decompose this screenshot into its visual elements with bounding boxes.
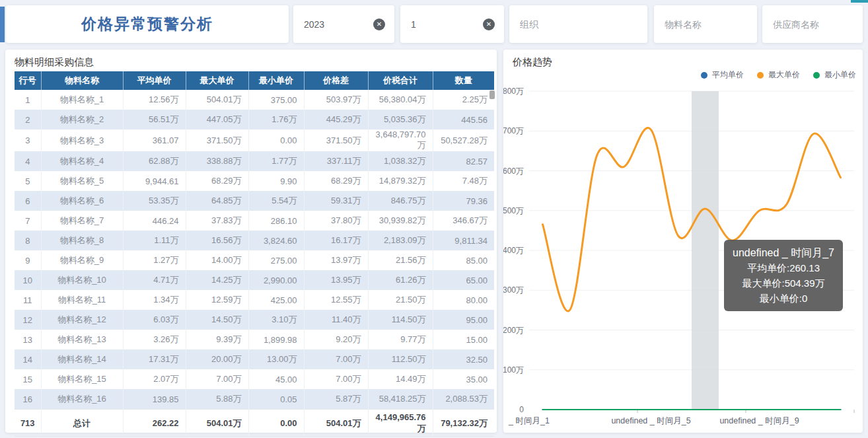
- y-axis-tick-label: 200万: [503, 326, 524, 335]
- table-row: 7物料名称_7446.2437.83万286.1037.80万30,939.82…: [15, 211, 494, 231]
- month-filter[interactable]: ✕: [400, 5, 504, 43]
- table-cell: 56.51万: [123, 110, 186, 129]
- column-header: 价税合计: [368, 71, 433, 90]
- scrollbar-thumb[interactable]: [489, 91, 495, 99]
- table-cell: 503.97万: [304, 90, 368, 110]
- table-cell: 4,149,965.76万: [368, 410, 433, 437]
- table-cell: 0.05: [248, 389, 304, 410]
- y-axis-tick-label: 300万: [503, 285, 524, 295]
- legend-item-平均单价[interactable]: 平均单价: [701, 69, 744, 81]
- table-row: 16物料名称_16139.855.88万0.055.87万58,418.25万2…: [15, 389, 494, 410]
- table-cell: 14,879.32万: [368, 171, 433, 191]
- table-cell: 68.29万: [186, 171, 248, 191]
- table-cell: 10: [15, 270, 41, 290]
- table-row: 6物料名称_653.35万64.85万5.54万59.31万846.75万79.…: [15, 191, 494, 211]
- org-filter-input[interactable]: [519, 18, 611, 30]
- column-header: 最小单价: [248, 71, 304, 90]
- x-axis-tick-label: _ 时间月_1: [508, 416, 550, 425]
- table-cell: 12: [15, 310, 41, 330]
- y-axis-tick-label: 100万: [503, 365, 524, 375]
- table-cell: 物料名称_7: [41, 211, 123, 231]
- table-cell: 11: [15, 290, 41, 310]
- y-axis-tick-label: 600万: [503, 166, 524, 176]
- table-cell: 14.50万: [186, 310, 248, 330]
- legend-item-最小单价[interactable]: 最小单价: [813, 69, 856, 81]
- chart-title: 价格趋势: [503, 50, 863, 71]
- table-cell: 112.50万: [368, 349, 433, 369]
- table-cell: 2: [15, 110, 41, 129]
- table-cell: 7.00万: [304, 369, 368, 389]
- clear-icon[interactable]: ✕: [373, 18, 385, 30]
- table-cell: 14: [15, 349, 41, 369]
- table-cell: 物料名称_16: [41, 389, 123, 410]
- x-axis-tick-label: undefined _ 时间月_9: [719, 416, 799, 425]
- table-header-row: 行号物料名称平均单价最大单价最小单价价格差价税合计数量: [15, 71, 494, 90]
- table-cell: 物料名称_10: [41, 270, 123, 290]
- table-cell: 7.00万: [304, 349, 368, 369]
- table-cell: 58,418.25万: [368, 389, 433, 410]
- y-axis-tick-label: 0: [519, 405, 524, 414]
- table-cell: 337.11万: [304, 151, 368, 171]
- table-cell: 1.77万: [248, 151, 304, 171]
- table-row: 9物料名称_91.27万14.00万275.0013.97万21.56万85.0…: [15, 250, 494, 270]
- year-filter[interactable]: ✕: [293, 5, 394, 43]
- table-cell: 物料名称_5: [41, 171, 123, 191]
- org-filter[interactable]: [509, 5, 647, 43]
- material-table: 行号物料名称平均单价最大单价最小单价价格差价税合计数量1物料名称_112.56万…: [15, 71, 494, 437]
- table-cell: 9,944.61: [123, 171, 186, 191]
- material-name-filter-input[interactable]: [663, 18, 729, 30]
- legend-dot-icon: [757, 72, 764, 79]
- table-cell: 371.50万: [304, 129, 368, 151]
- material-name-filter[interactable]: [654, 5, 757, 43]
- table-cell: 79.36: [433, 191, 494, 211]
- supplier-name-filter-input[interactable]: [772, 18, 836, 30]
- column-header: 数量: [433, 71, 494, 90]
- table-row: 1物料名称_112.56万504.01万375.00503.97万56,380.…: [15, 90, 494, 110]
- legend-label: 最小单价: [824, 69, 856, 81]
- table-row: 14物料名称_1417.31万20.00万13.00万7.00万112.50万3…: [15, 349, 494, 369]
- table-row: 5物料名称_59,944.6168.29万9.9068.29万14,879.32…: [15, 171, 494, 191]
- page-title-card: 价格异常预警分析: [6, 5, 289, 43]
- table-cell: 7.48万: [433, 171, 494, 191]
- table-cell: 14.49万: [368, 369, 433, 389]
- table-cell: 5.88万: [186, 389, 248, 410]
- table-cell: 447.05万: [186, 110, 248, 129]
- legend-label: 最大单价: [768, 69, 800, 81]
- tooltip-line: 平均单价:260.13: [728, 260, 839, 275]
- table-cell: 1.11万: [123, 231, 186, 250]
- table-cell: 80.00: [433, 290, 494, 310]
- table-cell: 物料名称_8: [41, 231, 123, 250]
- table-cell: 37.83万: [186, 211, 248, 231]
- table-cell: 物料名称_9: [41, 250, 123, 270]
- table-cell: 504.01万: [186, 410, 248, 437]
- y-axis-tick-label: 500万: [503, 206, 524, 215]
- table-cell: 53.35万: [123, 191, 186, 211]
- table-cell: 446.24: [123, 211, 186, 231]
- table-cell: 2.07万: [123, 369, 186, 389]
- column-header: 价格差: [304, 71, 368, 90]
- table-cell: 物料名称_15: [41, 369, 123, 389]
- table-cell: 139.85: [123, 389, 186, 410]
- axis-pointer-band: [692, 91, 719, 410]
- table-cell: 13: [15, 330, 41, 349]
- table-cell: 物料名称_4: [41, 151, 123, 171]
- table-row: 13物料名称_133.26万9.39万1,899.989.20万9.77万15.…: [15, 330, 494, 349]
- table-cell: 371.50万: [186, 129, 248, 151]
- month-filter-input[interactable]: [410, 18, 476, 30]
- table-cell: 846.75万: [368, 191, 433, 211]
- year-filter-input[interactable]: [303, 18, 367, 30]
- table-cell: 361.07: [123, 129, 186, 151]
- table-cell: 6: [15, 191, 41, 211]
- price-trend-card: 价格趋势 平均单价最大单价最小单价 0100万200万300万400万500万6…: [503, 50, 863, 433]
- table-cell: 5.54万: [248, 191, 304, 211]
- tooltip-line: 最大单价:504.39万: [728, 275, 839, 291]
- supplier-name-filter[interactable]: [762, 5, 863, 43]
- table-cell: 35.00: [433, 369, 494, 389]
- table-cell: 1.27万: [123, 250, 186, 270]
- table-cell: 1.76万: [248, 110, 304, 129]
- table-cell: 物料名称_13: [41, 330, 123, 349]
- legend-item-最大单价[interactable]: 最大单价: [757, 69, 800, 81]
- clear-icon[interactable]: ✕: [483, 18, 495, 30]
- table-cell: 45.00: [248, 369, 304, 389]
- table-cell: 13.00万: [248, 349, 304, 369]
